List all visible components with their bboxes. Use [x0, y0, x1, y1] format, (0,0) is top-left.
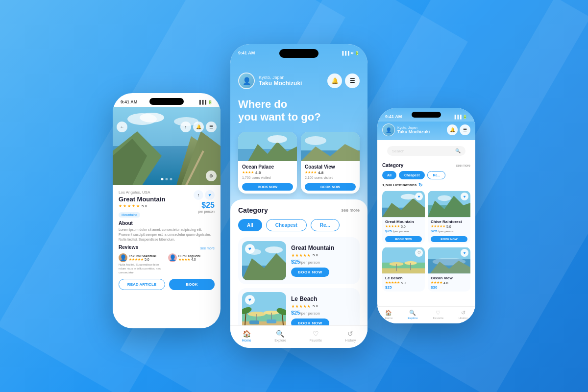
right-explore-icon: 🔍 [409, 310, 416, 316]
star-3: ★ [127, 204, 131, 208]
notification-button[interactable]: 🔔 [193, 122, 204, 132]
star-1: ★ [119, 204, 122, 208]
right-nav-history[interactable]: ↺ History [459, 310, 468, 319]
right-dest-4-rating: 4.8 [443, 281, 448, 285]
center-header: 👤 Kyoto, Japan Taku Mochizuki 🔔 ☰ [230, 58, 368, 94]
share-button[interactable]: ↑ [180, 122, 191, 132]
right-tab-recent[interactable]: Re... [427, 171, 445, 179]
right-nav-home-label: Home [385, 317, 392, 319]
right-menu-btn[interactable]: ☰ [460, 124, 470, 135]
notification-icon-btn[interactable]: 🔔 [327, 74, 342, 88]
center-notch [279, 49, 318, 58]
svg-point-49 [438, 196, 451, 201]
reviewer-1-info: 👤 Takumi Sakazuki ★★★★★ 5.0 [119, 253, 156, 262]
svg-rect-30 [267, 319, 276, 323]
category-see-more[interactable]: see more [341, 208, 360, 213]
user-info: 👤 Kyoto, Japan Taku Mochizuki [238, 73, 302, 89]
left-actions: READ ARTICLE BOOK [119, 279, 215, 290]
menu-button-hero[interactable]: ☰ [206, 122, 217, 132]
right-dest-3-fav[interactable]: ♡ [415, 249, 423, 257]
book-button[interactable]: BOOK [169, 279, 215, 290]
favorite-icon: ♡ [313, 330, 319, 338]
right-dest-2-price: $25 /per person [431, 229, 467, 233]
search-bar: Search 🔍 [387, 146, 466, 156]
right-dest-1-rating: 5.0 [401, 225, 406, 228]
category-tabs: All Cheapest Re... [238, 219, 360, 231]
back-button[interactable]: ← [117, 122, 127, 132]
right-dest-2-book[interactable]: BOOK NOW [431, 236, 467, 242]
dest-1-book[interactable]: BOOK NOW [291, 268, 329, 277]
svg-point-2 [140, 113, 164, 122]
feat-card-1-book[interactable]: BOOK NOW [242, 183, 293, 191]
nav-home[interactable]: 🏠 Home [242, 330, 251, 342]
dest-1-fav[interactable]: ♥ [245, 244, 255, 254]
share-icon-btn[interactable]: ↑ [194, 190, 203, 200]
right-nav-favorite[interactable]: ♡ Favorite [433, 310, 443, 319]
right-dest-4-fav[interactable]: ♥ [461, 249, 468, 257]
destination-name: Great Mountain [119, 196, 165, 203]
tab-cheapest[interactable]: Cheapest [266, 219, 307, 231]
right-dest-1-fav[interactable]: ♥ [415, 193, 423, 200]
white-section: Category see more All Cheapest Re... [230, 199, 368, 325]
feat-card-2-book[interactable]: BOOK NOW [305, 183, 356, 191]
tab-recent[interactable]: Re... [311, 219, 340, 231]
right-dest-1-book[interactable]: BOOK NOW [385, 236, 422, 242]
nav-favorite[interactable]: ♡ Favorite [309, 330, 321, 342]
menu-icon-btn[interactable]: ☰ [345, 74, 360, 88]
reviews-see-more[interactable]: see more [200, 246, 215, 250]
expand-button[interactable]: ⊕ [206, 171, 217, 181]
right-category-title: Category [382, 163, 403, 168]
right-user-meta: Kyoto, Japan Taku Mochizuki [397, 126, 430, 134]
nav-history-label: History [345, 339, 356, 342]
coastal-scene [113, 107, 220, 185]
star-5: ★ [136, 204, 140, 208]
reviewer-1-name: Takumi Sakazuki [129, 254, 156, 258]
feat-card-1-stars: ★★★★ 4.5 [242, 171, 293, 175]
right-tab-cheapest[interactable]: Cheapest [399, 171, 425, 179]
right-user: 👤 Kyoto, Japan Taku Mochizuki [382, 123, 430, 136]
svg-rect-52 [382, 263, 425, 269]
right-nav-home[interactable]: 🏠 Home [385, 310, 392, 319]
count-text: 1,500 Destinations [382, 183, 416, 187]
right-header-inner: 👤 Kyoto, Japan Taku Mochizuki 🔔 ☰ [382, 123, 470, 136]
dot-3[interactable] [170, 178, 172, 180]
dest-card-1: ♥ Great Mountain ★★★★★ 5.0 $25/per perso… [238, 237, 360, 284]
right-dest-1-img: ♥ [382, 191, 425, 218]
right-dest-card-4: ♥ Ocean View ★★★★ 4.8 $30 [428, 247, 470, 292]
right-favorite-icon: ♡ [436, 310, 441, 316]
right-dest-2-rating: 5.0 [446, 225, 451, 228]
price-unit: per person [194, 210, 215, 213]
dest-card-2-img: ♥ [242, 292, 286, 325]
nav-history[interactable]: ↺ History [345, 330, 356, 342]
hero-controls: ← ↑ 🔔 ☰ [117, 122, 217, 132]
left-phone-content: Los Angeles, USA Great Mountain ★ ★ ★ ★ … [113, 185, 220, 295]
right-see-more[interactable]: see more [456, 164, 470, 167]
right-dest-card-2: ♥ Chive Rainforest ★★★★★ 5.0 $25 /per pe… [428, 191, 470, 244]
right-category-header: Category see more [377, 163, 475, 168]
tab-all[interactable]: All [238, 219, 262, 231]
reviewer-1-stars: ★★★★★ 5.0 [129, 258, 156, 262]
refresh-icon[interactable]: ↻ [418, 182, 422, 188]
home-icon: 🏠 [243, 330, 251, 338]
dot-1[interactable] [161, 178, 164, 180]
right-dest-2-fav[interactable]: ♥ [461, 193, 468, 200]
dest-2-fav[interactable]: ♥ [245, 295, 255, 305]
right-nav-history-label: History [459, 317, 468, 319]
reviewer-2-name: Fumi Taguchi [178, 254, 200, 258]
right-bottom-nav: 🏠 Home 🔍 Explore ♡ Favorite ↺ History [377, 306, 475, 323]
right-notification-btn[interactable]: 🔔 [447, 124, 458, 135]
favorite-icon-btn[interactable]: ♥ [205, 190, 215, 200]
destination-location: Los Angeles, USA [119, 190, 165, 195]
featured-card-1: Ocean Palace ★★★★ 4.5 1,700 users visite… [238, 132, 297, 194]
read-article-button[interactable]: READ ARTICLE [119, 279, 165, 290]
search-icon[interactable]: 🔍 [455, 148, 461, 153]
svg-point-45 [401, 194, 416, 200]
dest-2-book[interactable]: BOOK NOW [291, 318, 329, 325]
dot-2[interactable] [166, 178, 168, 180]
right-tab-all[interactable]: All [382, 171, 396, 179]
reviews-header: Reviews see more [119, 245, 215, 251]
right-nav-explore[interactable]: 🔍 Explore [408, 310, 417, 319]
feat-card-1-title: Ocean Palace [242, 164, 293, 170]
right-dest-4-name: Ocean View [431, 276, 467, 280]
nav-explore[interactable]: 🔍 Explore [274, 330, 286, 342]
